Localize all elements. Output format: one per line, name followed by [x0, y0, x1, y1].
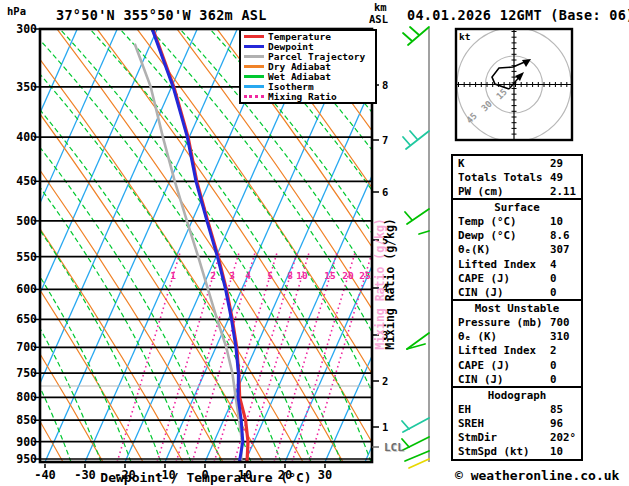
table-row-value: 85 — [550, 403, 563, 416]
wind-barb-seg — [408, 27, 429, 45]
mixing-ratio-value: 8 — [287, 270, 293, 281]
pressure-tick-label: 800 — [16, 390, 37, 404]
mixing-ratio-value: 15 — [324, 270, 336, 281]
table-row-label: Lifted Index — [458, 344, 550, 357]
table-section: K29Totals Totals49PW (cm)2.11 — [453, 156, 581, 198]
wind-barb-seg — [409, 459, 429, 468]
table-row-label: CIN (J) — [458, 286, 550, 299]
table-row-value: 307 — [550, 243, 570, 256]
table-row-label: StmSpd (kt) — [458, 445, 550, 458]
legend-label: Dry Adiabat — [268, 62, 331, 71]
wind-barb — [402, 437, 429, 450]
wind-barb-seg — [403, 33, 412, 41]
table-row: Totals Totals49 — [453, 170, 581, 184]
legend-label: Isotherm — [268, 82, 314, 91]
table-row-value: 10 — [550, 215, 563, 228]
wind-barb-seg — [407, 209, 429, 224]
table-row-label: CIN (J) — [458, 373, 550, 386]
mixing-ratio-line — [309, 252, 372, 462]
pressure-tick-label: 300 — [16, 22, 37, 36]
pressure-tick-label: 550 — [16, 250, 37, 264]
wind-barb-seg — [406, 131, 429, 149]
km-tick-label: 6 — [382, 186, 388, 198]
wind-barb-seg — [410, 131, 417, 139]
table-row-label: CAPE (J) — [458, 272, 550, 285]
wind-barb-seg — [403, 418, 429, 432]
table-row: EH85 — [453, 402, 581, 416]
table-row: SREH96 — [453, 417, 581, 431]
wind-barb-seg — [402, 421, 409, 429]
wind-barb-seg — [419, 231, 429, 234]
table-row-value: 0 — [550, 373, 557, 386]
hodograph-unit-label: kt — [459, 31, 470, 42]
km-tick-label: 8 — [382, 79, 388, 91]
table-row-value: 700 — [550, 316, 570, 329]
table-row-label: θₑ(K) — [458, 243, 550, 256]
table-section: HodographEH85SREH96StmDir202°StmSpd (kt)… — [453, 386, 581, 459]
legend-swatch-dry-adiabat — [244, 65, 264, 68]
table-row-label: SREH — [458, 417, 550, 430]
table-row-label: Pressure (mb) — [458, 316, 550, 329]
wind-barb — [402, 418, 429, 432]
table-row: K29 — [453, 156, 581, 170]
mixing-ratio-value: 1 — [170, 270, 176, 281]
pressure-tick-labels: 3003504004505005506006507007508008509009… — [16, 22, 40, 466]
wind-barb-seg — [405, 212, 412, 220]
mixing-ratio-value-labels: 12345810152025 — [170, 270, 371, 281]
pressure-tick-label: 750 — [16, 366, 37, 380]
pressure-tick-label: 450 — [16, 174, 37, 188]
wind-barb — [409, 459, 429, 468]
legend-swatch-isotherm — [244, 85, 264, 88]
table-row-label: StmDir — [458, 431, 550, 444]
table-row: Pressure (mb)700 — [453, 316, 581, 330]
legend-swatch-parcel-trajectory — [244, 55, 264, 58]
pressure-tick-label: 500 — [16, 214, 37, 228]
wind-barb — [405, 451, 429, 461]
table-row-value: 49 — [550, 171, 563, 184]
legend-swatch-temperature — [244, 35, 264, 38]
mixing-ratio-line — [246, 252, 309, 462]
table-row-label: CAPE (J) — [458, 359, 550, 372]
table-row-value: 202° — [550, 431, 576, 444]
pressure-tick-label: 850 — [16, 413, 37, 427]
table-row-label: EH — [458, 403, 550, 416]
legend-swatch-wet-adiabat — [244, 75, 264, 78]
legend-swatch-dewpoint — [244, 45, 264, 48]
table-row-value: 8.6 — [550, 229, 570, 242]
wind-barb-seg — [410, 27, 419, 35]
table-section: SurfaceTemp (°C)10Dewp (°C)8.6θₑ(K)307Li… — [453, 198, 581, 299]
legend-item: Isotherm — [244, 81, 373, 91]
table-row-label: Temp (°C) — [458, 215, 550, 228]
table-row-label: Totals Totals — [458, 171, 550, 184]
table-row-value: 4 — [550, 258, 557, 271]
km-tick-label: 1 — [382, 421, 388, 433]
pressure-tick-label: 900 — [16, 435, 37, 449]
pressure-tick-label: 950 — [16, 452, 37, 466]
legend-label: Dewpoint — [268, 42, 314, 51]
mixing-ratio-value: 4 — [245, 270, 251, 281]
legend: TemperatureDewpointParcel TrajectoryDry … — [239, 29, 377, 104]
table-row: Lifted Index4 — [453, 257, 581, 271]
mixing-ratio-value: 3 — [229, 270, 235, 281]
table-row-value: 29 — [550, 157, 563, 170]
table-section-title: Surface — [453, 200, 581, 214]
sounding-page: hPa 37°50'N 355°50'W 362m ASL km ASL 04.… — [0, 0, 629, 486]
mixing-ratio-value: 2 — [210, 270, 216, 281]
mixing-ratio-value: 25 — [359, 270, 371, 281]
pressure-tick-label: 400 — [16, 130, 37, 144]
table-row-value: 0 — [550, 286, 557, 299]
legend-item: Wet Adiabat — [244, 72, 373, 82]
wind-barb — [403, 131, 429, 149]
hodograph: 153045 — [429, 0, 600, 170]
km-tick-label: 2 — [382, 375, 388, 387]
table-row: Dewp (°C)8.6 — [453, 229, 581, 243]
table-row-value: 10 — [550, 445, 563, 458]
x-axis-label: Dewpoint / Temperature (°C) — [40, 470, 372, 485]
table-row-value: 310 — [550, 330, 570, 343]
table-row-value: 2 — [550, 344, 557, 357]
table-row-value: 0 — [550, 272, 557, 285]
pressure-grid — [40, 87, 372, 459]
legend-label: Wet Adiabat — [268, 72, 331, 81]
table-row-label: K — [458, 157, 550, 170]
table-row-label: Dewp (°C) — [458, 229, 550, 242]
